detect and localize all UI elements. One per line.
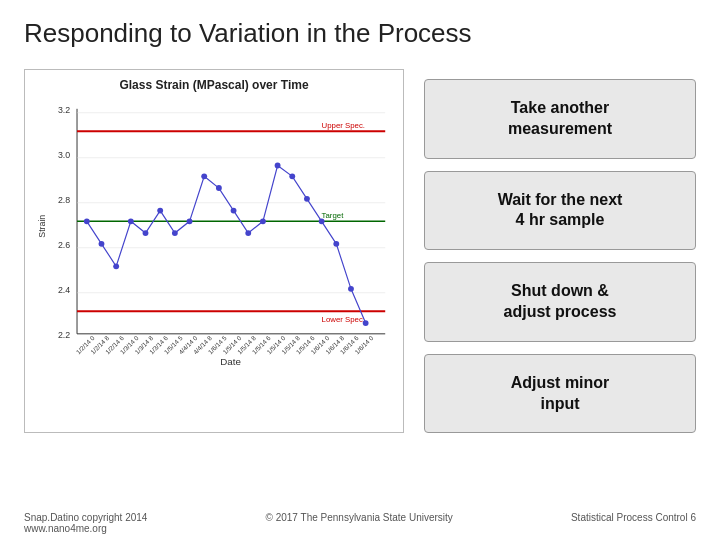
svg-text:2.4: 2.4 [58, 285, 70, 295]
copyright-label: © 2017 The Pennsylvania State University [266, 512, 453, 534]
footer-left: Snap.Datino copyright 2014 www.nano4me.o… [24, 512, 147, 534]
page-title: Responding to Variation in the Process [0, 0, 720, 59]
svg-point-34 [304, 196, 310, 202]
svg-point-22 [128, 218, 134, 224]
svg-text:Strain: Strain [37, 215, 47, 238]
snap-datino-label: Snap.Datino copyright 2014 [24, 512, 147, 523]
svg-point-26 [187, 218, 193, 224]
svg-point-35 [319, 218, 325, 224]
svg-point-28 [216, 185, 222, 191]
take-measurement-button[interactable]: Take anothermeasurement [424, 79, 696, 159]
footer: Snap.Datino copyright 2014 www.nano4me.o… [0, 512, 720, 534]
svg-point-25 [172, 230, 178, 236]
svg-point-36 [333, 241, 339, 247]
svg-point-24 [157, 208, 163, 214]
svg-point-31 [260, 218, 266, 224]
course-label: Statistical Process Control 6 [571, 512, 696, 534]
svg-text:3.2: 3.2 [58, 105, 70, 115]
website-label: www.nano4me.org [24, 523, 147, 534]
svg-point-23 [143, 230, 149, 236]
svg-text:2.8: 2.8 [58, 195, 70, 205]
svg-point-20 [99, 241, 105, 247]
svg-point-32 [275, 163, 281, 169]
svg-point-30 [245, 230, 251, 236]
svg-text:Date: Date [220, 356, 241, 367]
wait-next-button[interactable]: Wait for the next4 hr sample [424, 171, 696, 251]
shut-down-button[interactable]: Shut down &adjust process [424, 262, 696, 342]
svg-point-21 [113, 263, 119, 269]
chart-area: 3.2 3.0 2.8 2.6 2.4 2.2 Upper Spec. Lowe… [33, 96, 395, 376]
chart-title: Glass Strain (MPascal) over Time [33, 78, 395, 92]
chart-container: Glass Strain (MPascal) over Time 3.2 3.0… [24, 69, 404, 433]
svg-text:Target: Target [322, 211, 345, 220]
svg-point-33 [289, 173, 295, 179]
svg-point-19 [84, 218, 90, 224]
svg-text:3.0: 3.0 [58, 150, 70, 160]
chart-svg: 3.2 3.0 2.8 2.6 2.4 2.2 Upper Spec. Lowe… [33, 96, 395, 376]
svg-point-37 [348, 286, 354, 292]
svg-text:Upper Spec.: Upper Spec. [322, 121, 365, 130]
svg-text:Lower Spec.: Lower Spec. [322, 315, 365, 324]
svg-text:2.6: 2.6 [58, 240, 70, 250]
svg-text:2.2: 2.2 [58, 330, 70, 340]
svg-point-27 [201, 173, 207, 179]
main-content: Glass Strain (MPascal) over Time 3.2 3.0… [0, 59, 720, 433]
adjust-minor-button[interactable]: Adjust minorinput [424, 354, 696, 434]
svg-point-38 [363, 320, 369, 326]
buttons-panel: Take anothermeasurement Wait for the nex… [424, 69, 696, 433]
svg-point-29 [231, 208, 237, 214]
